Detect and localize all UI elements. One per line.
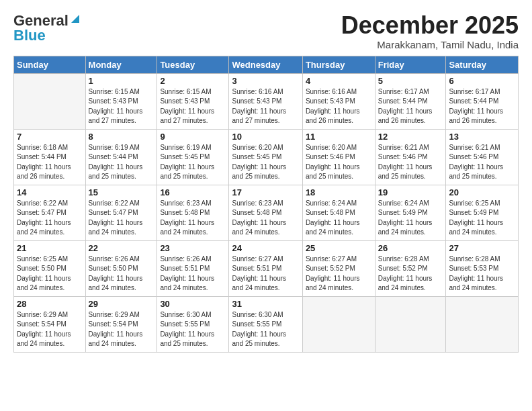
day-number: 8 [89, 132, 154, 142]
calendar-cell: 20Sunrise: 6:25 AMSunset: 5:49 PMDayligh… [446, 185, 519, 240]
day-info: Sunrise: 6:26 AMSunset: 5:50 PMDaylight:… [89, 255, 154, 293]
day-number: 10 [232, 132, 299, 142]
calendar-cell: 2Sunrise: 6:15 AMSunset: 5:43 PMDaylight… [157, 73, 229, 129]
day-number: 19 [378, 187, 443, 197]
day-number: 6 [449, 76, 515, 86]
day-number: 15 [89, 187, 154, 197]
day-info: Sunrise: 6:28 AMSunset: 5:52 PMDaylight:… [378, 255, 443, 293]
day-number: 13 [449, 132, 515, 142]
calendar-cell: 28Sunrise: 6:29 AMSunset: 5:54 PMDayligh… [14, 296, 86, 352]
day-info: Sunrise: 6:20 AMSunset: 5:46 PMDaylight:… [306, 143, 372, 182]
day-number: 22 [89, 243, 154, 253]
calendar-cell: 22Sunrise: 6:26 AMSunset: 5:50 PMDayligh… [85, 240, 157, 296]
calendar-cell: 6Sunrise: 6:17 AMSunset: 5:44 PMDaylight… [446, 73, 519, 129]
day-number: 9 [160, 132, 226, 142]
calendar-cell: 24Sunrise: 6:27 AMSunset: 5:51 PMDayligh… [229, 240, 302, 296]
day-info: Sunrise: 6:25 AMSunset: 5:50 PMDaylight:… [17, 255, 83, 293]
calendar-cell: 5Sunrise: 6:17 AMSunset: 5:44 PMDaylight… [375, 73, 446, 129]
weekday-header-saturday: Saturday [446, 56, 519, 73]
day-number: 4 [306, 76, 372, 86]
calendar-cell: 26Sunrise: 6:28 AMSunset: 5:52 PMDayligh… [375, 240, 446, 296]
calendar-cell: 27Sunrise: 6:28 AMSunset: 5:53 PMDayligh… [446, 240, 519, 296]
day-info: Sunrise: 6:30 AMSunset: 5:55 PMDaylight:… [160, 310, 226, 349]
month-title: December 2025 [341, 12, 519, 39]
day-number: 16 [160, 187, 226, 197]
day-info: Sunrise: 6:24 AMSunset: 5:48 PMDaylight:… [306, 199, 372, 238]
weekday-header-wednesday: Wednesday [229, 56, 302, 73]
calendar-cell: 9Sunrise: 6:19 AMSunset: 5:45 PMDaylight… [157, 129, 229, 185]
calendar-week-row: 28Sunrise: 6:29 AMSunset: 5:54 PMDayligh… [14, 296, 519, 352]
day-number: 18 [306, 187, 372, 197]
day-info: Sunrise: 6:30 AMSunset: 5:55 PMDaylight:… [232, 310, 299, 349]
calendar-cell [375, 296, 446, 352]
day-info: Sunrise: 6:19 AMSunset: 5:45 PMDaylight:… [160, 143, 226, 182]
calendar-week-row: 14Sunrise: 6:22 AMSunset: 5:47 PMDayligh… [14, 185, 519, 240]
day-info: Sunrise: 6:21 AMSunset: 5:46 PMDaylight:… [449, 143, 515, 182]
day-info: Sunrise: 6:15 AMSunset: 5:43 PMDaylight:… [89, 87, 154, 126]
day-info: Sunrise: 6:29 AMSunset: 5:54 PMDaylight:… [17, 310, 83, 349]
calendar-cell: 13Sunrise: 6:21 AMSunset: 5:46 PMDayligh… [446, 129, 519, 185]
day-info: Sunrise: 6:21 AMSunset: 5:46 PMDaylight:… [378, 143, 443, 182]
page: General Blue December 2025 Marakkanam, T… [0, 0, 532, 411]
day-info: Sunrise: 6:17 AMSunset: 5:44 PMDaylight:… [378, 87, 443, 126]
logo-triangle-icon [70, 13, 81, 24]
day-info: Sunrise: 6:22 AMSunset: 5:47 PMDaylight:… [89, 199, 154, 238]
calendar-cell: 10Sunrise: 6:20 AMSunset: 5:45 PMDayligh… [229, 129, 302, 185]
logo: General Blue [13, 12, 81, 44]
weekday-header-row: SundayMondayTuesdayWednesdayThursdayFrid… [14, 56, 519, 73]
calendar-cell: 8Sunrise: 6:19 AMSunset: 5:44 PMDaylight… [85, 129, 157, 185]
day-number: 12 [378, 132, 443, 142]
calendar-cell: 19Sunrise: 6:24 AMSunset: 5:49 PMDayligh… [375, 185, 446, 240]
calendar-week-row: 7Sunrise: 6:18 AMSunset: 5:44 PMDaylight… [14, 129, 519, 185]
day-number: 7 [17, 132, 83, 142]
day-info: Sunrise: 6:27 AMSunset: 5:52 PMDaylight:… [306, 255, 372, 293]
calendar-cell: 3Sunrise: 6:16 AMSunset: 5:43 PMDaylight… [229, 73, 302, 129]
logo-blue-text: Blue [13, 27, 46, 44]
day-info: Sunrise: 6:15 AMSunset: 5:43 PMDaylight:… [160, 87, 226, 126]
calendar-cell: 4Sunrise: 6:16 AMSunset: 5:43 PMDaylight… [302, 73, 375, 129]
day-info: Sunrise: 6:16 AMSunset: 5:43 PMDaylight:… [232, 87, 299, 126]
day-info: Sunrise: 6:29 AMSunset: 5:54 PMDaylight:… [89, 310, 154, 349]
calendar-cell: 16Sunrise: 6:23 AMSunset: 5:48 PMDayligh… [157, 185, 229, 240]
day-number: 29 [89, 299, 154, 309]
weekday-header-thursday: Thursday [302, 56, 375, 73]
day-number: 27 [449, 243, 515, 253]
day-number: 24 [232, 243, 299, 253]
day-number: 26 [378, 243, 443, 253]
day-info: Sunrise: 6:18 AMSunset: 5:44 PMDaylight:… [17, 143, 83, 182]
calendar-cell: 7Sunrise: 6:18 AMSunset: 5:44 PMDaylight… [14, 129, 86, 185]
calendar-cell: 15Sunrise: 6:22 AMSunset: 5:47 PMDayligh… [85, 185, 157, 240]
calendar-cell [14, 73, 86, 129]
day-number: 1 [89, 76, 154, 86]
day-number: 5 [378, 76, 443, 86]
day-number: 11 [306, 132, 372, 142]
day-number: 14 [17, 187, 83, 197]
day-info: Sunrise: 6:19 AMSunset: 5:44 PMDaylight:… [89, 143, 154, 182]
day-info: Sunrise: 6:22 AMSunset: 5:47 PMDaylight:… [17, 199, 83, 238]
calendar-cell: 14Sunrise: 6:22 AMSunset: 5:47 PMDayligh… [14, 185, 86, 240]
day-number: 21 [17, 243, 83, 253]
day-info: Sunrise: 6:27 AMSunset: 5:51 PMDaylight:… [232, 255, 299, 293]
day-number: 25 [306, 243, 372, 253]
calendar-cell: 23Sunrise: 6:26 AMSunset: 5:51 PMDayligh… [157, 240, 229, 296]
svg-marker-0 [71, 15, 79, 23]
day-info: Sunrise: 6:17 AMSunset: 5:44 PMDaylight:… [449, 87, 515, 126]
calendar-cell [446, 296, 519, 352]
day-number: 17 [232, 187, 299, 197]
day-info: Sunrise: 6:26 AMSunset: 5:51 PMDaylight:… [160, 255, 226, 293]
weekday-header-tuesday: Tuesday [157, 56, 229, 73]
calendar-cell: 30Sunrise: 6:30 AMSunset: 5:55 PMDayligh… [157, 296, 229, 352]
calendar-cell: 25Sunrise: 6:27 AMSunset: 5:52 PMDayligh… [302, 240, 375, 296]
day-number: 3 [232, 76, 299, 86]
day-number: 30 [160, 299, 226, 309]
weekday-header-friday: Friday [375, 56, 446, 73]
calendar-cell: 31Sunrise: 6:30 AMSunset: 5:55 PMDayligh… [229, 296, 302, 352]
day-info: Sunrise: 6:28 AMSunset: 5:53 PMDaylight:… [449, 255, 515, 293]
calendar-week-row: 1Sunrise: 6:15 AMSunset: 5:43 PMDaylight… [14, 73, 519, 129]
day-info: Sunrise: 6:16 AMSunset: 5:43 PMDaylight:… [306, 87, 372, 126]
calendar-cell: 1Sunrise: 6:15 AMSunset: 5:43 PMDaylight… [85, 73, 157, 129]
calendar-cell: 17Sunrise: 6:23 AMSunset: 5:48 PMDayligh… [229, 185, 302, 240]
calendar-cell [302, 296, 375, 352]
day-number: 31 [232, 299, 299, 309]
weekday-header-sunday: Sunday [14, 56, 86, 73]
